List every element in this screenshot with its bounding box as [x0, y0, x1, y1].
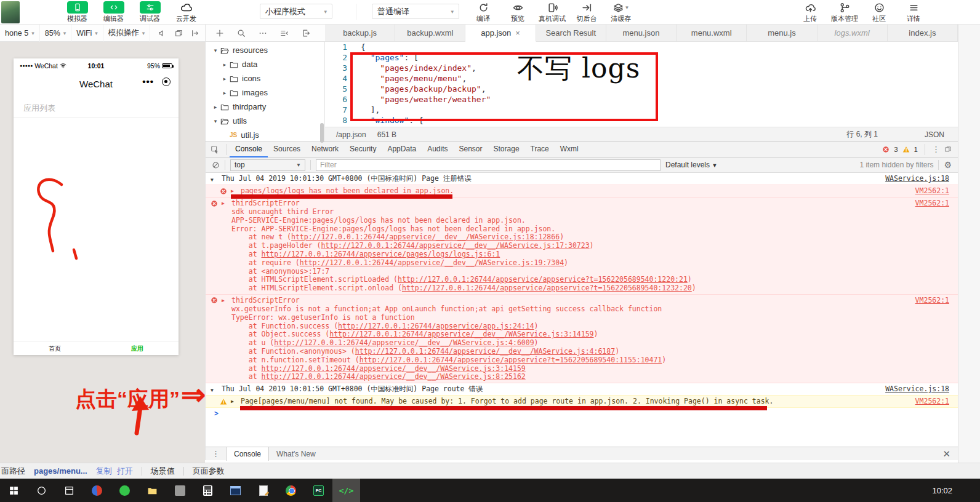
- editor-tab-menu-json[interactable]: menu.json: [606, 25, 677, 41]
- clear-console-icon[interactable]: [212, 161, 220, 169]
- scene-value-label[interactable]: 场景值: [151, 466, 175, 477]
- console-error-row[interactable]: ▶thirdScriptErrorwx.getuserInfo is not a…: [206, 294, 958, 383]
- source-link[interactable]: http://127.0.0.1:26744/appservice/appser…: [359, 356, 662, 364]
- close-drawer-icon[interactable]: ✕: [942, 448, 958, 460]
- console-warning-row[interactable]: ▶Page[pages/menu/menu] not found. May be…: [206, 395, 958, 408]
- debugger-button[interactable]: 调试器: [132, 1, 168, 23]
- close-target-icon[interactable]: [162, 78, 171, 86]
- taskbar-search-icon[interactable]: [28, 479, 55, 502]
- preview-button[interactable]: 预览: [500, 1, 535, 23]
- editor-tab-menu-js[interactable]: menu.js: [747, 25, 817, 41]
- taskbar-notes-icon[interactable]: [249, 479, 277, 502]
- taskbar-task-view-icon[interactable]: [55, 479, 83, 502]
- devtools-tab-wxml[interactable]: Wxml: [555, 142, 584, 157]
- more-options-icon[interactable]: ⋮: [932, 146, 940, 153]
- taskbar-calculator-icon[interactable]: [194, 479, 222, 502]
- devtools-tab-appdata[interactable]: AppData: [382, 142, 422, 157]
- version-control-button[interactable]: 版本管理: [827, 1, 862, 23]
- console-prompt[interactable]: >: [206, 408, 958, 420]
- drawer-tab-console[interactable]: Console: [226, 447, 269, 461]
- taskbar-thunder-icon[interactable]: [111, 479, 139, 502]
- clear-cache-button[interactable]: ▼清缓存: [604, 1, 638, 23]
- mode-dropdown[interactable]: 小程序模式▾: [260, 4, 332, 19]
- console-group-row[interactable]: ▼Thu Jul 04 2019 10:01:50 GMT+0800 (中国标准…: [206, 383, 958, 396]
- console-error-row[interactable]: ▶thirdScriptErrorsdk uncaught third Erro…: [206, 197, 958, 295]
- source-link[interactable]: http://127.0.0.1:26744/appservice/__dev_…: [274, 338, 534, 347]
- language-mode[interactable]: JSON: [925, 130, 944, 139]
- editor-tab-menu-wxml[interactable]: menu.wxml: [677, 25, 747, 41]
- expand-triangle-icon[interactable]: ▶: [231, 186, 234, 196]
- open-link[interactable]: 打开: [117, 466, 133, 477]
- source-link[interactable]: http://127.0.0.1:26744/appservice/__dev_…: [261, 364, 525, 373]
- chevron-right-icon[interactable]: ▸: [221, 90, 228, 96]
- phone-tab-home[interactable]: 首页: [14, 345, 96, 353]
- editor-tab-app-json[interactable]: app.json×: [465, 25, 536, 42]
- tree-scrollbar[interactable]: [320, 123, 324, 143]
- community-button[interactable]: 社区: [862, 1, 896, 23]
- network-dropdown[interactable]: WiFi▾: [71, 25, 103, 42]
- drawer-menu-icon[interactable]: ⋮: [212, 450, 220, 458]
- editor-tab-backup-wxml[interactable]: backup.wxml: [395, 25, 465, 41]
- tree-item-thirdparty[interactable]: ▸thirdparty: [206, 100, 324, 114]
- collapse-triangle-icon[interactable]: ▼: [211, 386, 214, 395]
- taskbar-start-icon[interactable]: [0, 479, 28, 502]
- source-link[interactable]: http://127.0.0.1:26744/appservice/__dev_…: [321, 241, 589, 250]
- source-location-link[interactable]: VM2562:1: [915, 397, 949, 405]
- source-link[interactable]: http://127.0.0.1:26744/appservice/appser…: [398, 275, 688, 284]
- devtools-tab-security[interactable]: Security: [344, 142, 382, 157]
- tree-item-images[interactable]: ▸images: [206, 86, 324, 100]
- devtools-tab-trace[interactable]: Trace: [525, 142, 555, 157]
- taskbar-chrome-icon[interactable]: [277, 479, 305, 502]
- devtools-tab-console[interactable]: Console: [230, 142, 268, 157]
- mute-icon[interactable]: [158, 29, 166, 38]
- zoom-dropdown[interactable]: 85%▾: [40, 25, 72, 42]
- editor-tab-logs-wxml[interactable]: logs.wxml: [817, 25, 888, 41]
- console-filter-input[interactable]: [316, 159, 661, 171]
- source-link[interactable]: http://127.0.0.1:26744/appservice/pages/…: [261, 250, 500, 258]
- compile-button[interactable]: 编译: [466, 1, 500, 23]
- open-in-editor-icon[interactable]: [302, 29, 310, 38]
- new-file-icon[interactable]: [215, 29, 224, 38]
- taskbar-browser-360-icon[interactable]: [83, 479, 111, 502]
- editor-tab-index-js[interactable]: index.js: [888, 25, 958, 41]
- more-menu-icon[interactable]: •••: [142, 79, 154, 85]
- expand-panel-icon[interactable]: [191, 29, 199, 38]
- devtools-tab-storage[interactable]: Storage: [488, 142, 525, 157]
- upload-button[interactable]: 上传: [793, 1, 827, 23]
- source-link[interactable]: http://127.0.0.1:26744/appservice/__dev_…: [300, 258, 564, 267]
- drawer-tab-what-s-new[interactable]: What's New: [269, 447, 323, 461]
- source-location-link[interactable]: WAService.js:18: [885, 384, 949, 393]
- chevron-right-icon[interactable]: ▸: [221, 62, 228, 68]
- console-error-row[interactable]: ▶pages/logs/logs has not been declared i…: [206, 185, 958, 197]
- log-levels-dropdown[interactable]: Default levels ▼: [665, 161, 717, 169]
- page-params-label[interactable]: 页面参数: [193, 466, 225, 477]
- search-files-icon[interactable]: [237, 29, 246, 38]
- source-location-link[interactable]: VM2562:1: [915, 296, 949, 305]
- collapse-all-icon[interactable]: [280, 29, 289, 38]
- float-window-icon[interactable]: [174, 29, 183, 38]
- chevron-down-icon[interactable]: ▾: [212, 47, 219, 54]
- simulator-button[interactable]: 模拟器: [59, 1, 95, 23]
- warning-badge-icon[interactable]: [902, 146, 910, 153]
- devtools-tab-network[interactable]: Network: [306, 142, 344, 157]
- source-link[interactable]: http://127.0.0.1:26744/appservice/__dev_…: [329, 330, 593, 338]
- source-link[interactable]: http://127.0.0.1:26744/appservice/__dev_…: [291, 233, 560, 241]
- taskbar-pc-manager-icon[interactable]: PC: [305, 479, 332, 502]
- chevron-right-icon[interactable]: ▸: [212, 104, 219, 110]
- source-link[interactable]: http://127.0.0.1:26744/appservice/appser…: [402, 284, 692, 292]
- devtools-tab-sources[interactable]: Sources: [268, 142, 306, 157]
- tree-item-icons[interactable]: ▸icons: [206, 71, 324, 86]
- editor-button[interactable]: 编辑器: [95, 1, 132, 23]
- device-dropdown[interactable]: hone 5▾: [0, 25, 40, 42]
- source-location-link[interactable]: VM2562:1: [915, 199, 949, 207]
- chevron-right-icon[interactable]: ▸: [221, 76, 228, 82]
- taskbar-archive-icon[interactable]: [166, 479, 194, 502]
- remote-debug-button[interactable]: 真机调试: [535, 1, 569, 23]
- source-link[interactable]: http://127.0.0.1:26744/appservice/__dev_…: [355, 347, 615, 356]
- details-button[interactable]: 详情: [896, 1, 931, 23]
- devtools-tab-audits[interactable]: Audits: [422, 142, 453, 157]
- chevron-down-icon[interactable]: ▾: [212, 118, 219, 124]
- tree-item-data[interactable]: ▸data: [206, 57, 324, 71]
- collapse-triangle-icon[interactable]: ▼: [211, 175, 214, 185]
- source-link[interactable]: http://127.0.0.1:26744/appservice/app.js…: [338, 322, 534, 330]
